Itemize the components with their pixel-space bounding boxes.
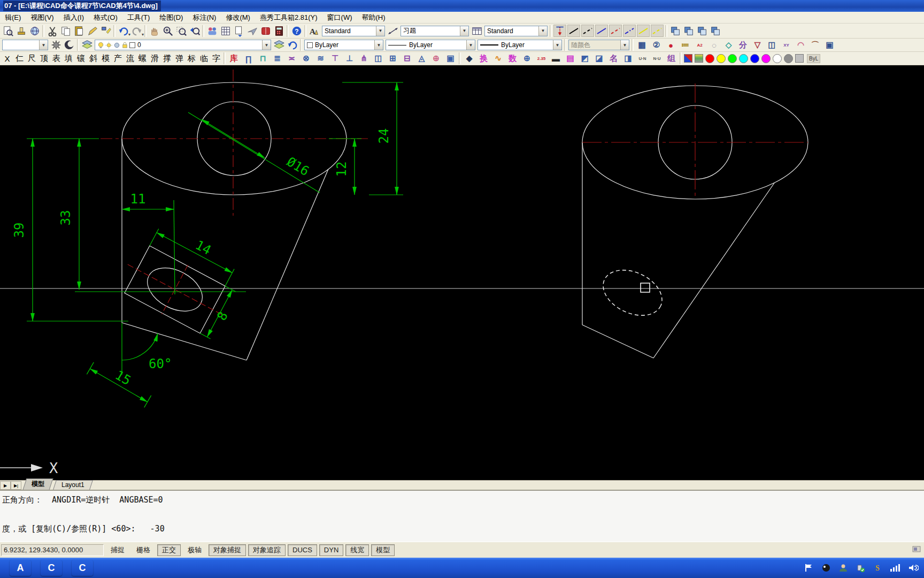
yanxiu-char-button[interactable]: 临 [198,52,210,65]
chevron-down-icon[interactable]: ▼ [538,26,547,36]
yanxiu-tool-icon[interactable]: ⊕ [520,52,534,65]
yanxiu-tool-icon[interactable]: ◠ [794,39,808,51]
title-bar[interactable]: 07 - [E:\课程\CAD命令课程7节\CAD第4节\4.dwg] [0,0,924,12]
plot-style-combo[interactable]: 随颜色 ▼ [568,40,629,50]
layer-previous-icon[interactable] [286,39,299,51]
tab-nav-first-icon[interactable]: ▶ [0,481,11,490]
menu-item[interactable]: 窗口(W) [322,12,357,22]
yanxiu-char-button[interactable]: 模 [99,52,112,65]
yanxiu-char-button[interactable]: 流 [124,52,136,65]
yanxiu-tool-icon[interactable]: ⊥ [342,52,357,65]
drawing-canvas[interactable]: 39 33 24 12 Ø16 [0,65,924,480]
yanxiu-tool-icon[interactable]: ∿ [491,52,505,65]
color-palette-button[interactable] [705,54,714,63]
dimension-15[interactable]: 15 [87,355,155,407]
yanxiu-tool-icon[interactable]: 组 [664,52,679,65]
layer-properties-icon[interactable] [80,39,94,51]
yanxiu-tool-icon[interactable]: ▦ [635,39,649,51]
right-view-centerlines[interactable] [582,83,808,199]
linetype-combo[interactable]: ByLayer ▼ [386,40,475,50]
chevron-down-icon[interactable]: ▼ [460,26,468,36]
yanxiu-tool-icon[interactable]: 分 [736,39,750,51]
yanxiu-tool-icon[interactable]: ∏ [241,52,256,65]
gear-icon[interactable] [49,39,63,51]
linetype-sample-button[interactable] [581,25,594,37]
tab-layout1[interactable]: Layout1 [53,480,93,490]
toolbar-icon[interactable] [28,25,41,37]
chevron-down-icon[interactable]: ▼ [466,40,475,50]
toolbar-icon[interactable] [117,25,130,37]
linetype-sample-button[interactable] [623,25,636,37]
menu-item[interactable]: 标注(N) [188,12,221,22]
color-palette-button[interactable] [750,54,759,63]
yanxiu-tool-icon[interactable]: ◫ [371,52,386,65]
color-palette-button[interactable] [739,54,748,63]
dimension-33[interactable]: 33 [58,139,246,292]
toolbar-icon[interactable] [272,25,286,37]
chevron-down-icon[interactable]: ▼ [620,40,629,50]
text-style-combo[interactable]: Standard ▼ [322,26,385,36]
menu-item[interactable]: 插入(I) [59,12,89,22]
status-toggle-button[interactable]: DYN [319,544,343,556]
toolbar-icon[interactable] [72,25,86,37]
status-toggle-button[interactable]: 栅格 [132,544,155,556]
yanxiu-char-button[interactable]: 弹 [173,52,186,65]
yanxiu-tool-icon[interactable]: 数 [505,52,520,65]
yanxiu-char-button[interactable]: 标 [186,52,198,65]
toolbar-icon[interactable] [144,25,147,37]
toolbar-icon[interactable] [14,25,28,37]
yanxiu-tool-icon[interactable]: ▤ [563,52,578,65]
yanxiu-char-button[interactable]: 撑 [161,52,173,65]
taskbar-app-c-red[interactable]: C [72,560,93,576]
status-toggle-button[interactable]: 对象追踪 [248,544,286,556]
toolbar-icon[interactable] [259,25,272,37]
status-toggle-button[interactable]: 线宽 [345,544,369,556]
toolbar-icon[interactable] [59,25,72,37]
linetype-sample-button[interactable] [651,25,664,37]
yanxiu-tool-icon[interactable]: U·N [635,52,650,65]
yanxiu-tool-icon[interactable]: ⊟ [400,52,414,65]
status-toggle-button[interactable]: 极轴 [183,544,206,556]
network-signal-icon[interactable] [890,563,900,573]
yanxiu-tool-icon[interactable]: ≋ [313,52,328,65]
yanxiu-tool-icon[interactable]: ▬ [549,52,563,65]
yanxiu-tool-icon[interactable]: ⊗ [299,52,313,65]
status-toggle-button[interactable]: 模型 [371,544,395,556]
color-palette-button[interactable] [728,54,737,63]
text-style-icon[interactable] [307,25,321,37]
color-palette-button[interactable] [717,54,726,63]
yanxiu-char-button[interactable]: 字 [210,52,222,65]
yanxiu-tool-icon[interactable]: ◌ [707,39,721,51]
yanxiu-tool-icon[interactable]: ◫ [765,39,779,51]
toolbar-icon[interactable] [1,25,14,37]
tab-model[interactable]: 模型 [23,478,53,490]
bylayer-color-button[interactable]: ByL [807,54,820,63]
chevron-down-icon[interactable]: ▼ [374,40,383,50]
sougou-icon[interactable]: S [873,563,882,573]
tab-nav-last-icon[interactable]: ▶| [11,481,21,490]
layer-freeze-icon[interactable] [113,42,120,49]
linetype-sample-button[interactable] [637,25,650,37]
dimension-8[interactable]: 8 [200,286,242,342]
draw-order-under-icon[interactable] [709,25,722,37]
status-toggle-button[interactable]: DUCS [288,544,317,556]
chevron-down-icon[interactable]: ▼ [39,40,48,50]
layer-lock-icon[interactable] [121,42,128,49]
command-window[interactable]: 正角方向： ANGDIR=逆时针 ANGBASE=0 度，或 [复制(C)/参照… [0,490,924,542]
table-style-icon[interactable] [470,25,483,37]
toolbar-icon[interactable] [45,25,59,37]
layer-states-icon[interactable] [272,39,286,51]
dimension-11[interactable]: 11 [122,192,175,294]
multicolor-icon[interactable] [684,54,692,63]
yanxiu-tool-icon[interactable]: XY [779,39,794,51]
chevron-down-icon[interactable]: ▼ [262,40,271,50]
draw-order-above-icon[interactable] [695,25,709,37]
color-palette-button[interactable] [784,54,793,63]
toolbar-icon[interactable] [113,25,116,37]
yanxiu-char-button[interactable]: 产 [112,52,124,65]
yanxiu-tool-icon[interactable]: ⋔ [357,52,371,65]
yanxiu-tool-icon[interactable]: ⊓ [256,52,270,65]
draw-order-back-icon[interactable] [682,25,695,37]
menu-item[interactable]: 辑(E) [0,12,26,22]
flag-icon[interactable] [804,563,814,573]
